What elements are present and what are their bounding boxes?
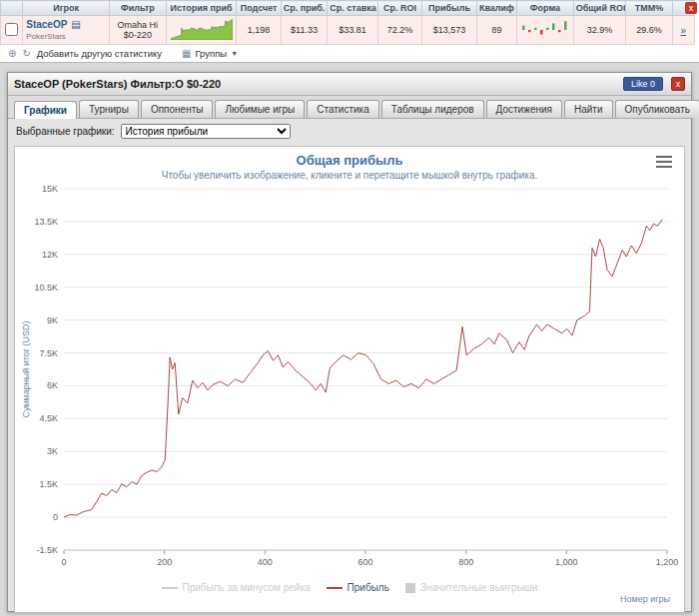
facebook-like-button[interactable]: Like 0 — [623, 77, 663, 91]
table-row: StaceOP▤ PokerStars Omaha Hi $0-220 1,19… — [1, 16, 695, 45]
col-header-avg-roi[interactable]: Ср. ROI — [377, 1, 421, 16]
dialog-tab-4[interactable]: Любимые игры — [215, 100, 305, 118]
grid-icon: ▦ — [182, 48, 191, 59]
profit-chart[interactable]: -1.5K01.5K3K4.5K6K7.5K9K10.5K12K13.5K15K… — [18, 183, 681, 580]
chevron-down-icon: ▼ — [231, 50, 238, 57]
y-tick-label: 7.5K — [39, 348, 58, 358]
col-header-profit[interactable]: Прибыль — [422, 1, 477, 16]
legend-swatch — [405, 583, 415, 593]
chart-select-row: Выбранные графики: История прибыли — [8, 119, 691, 144]
legend-item-1[interactable]: Прибыль за минусом рейка — [162, 582, 311, 593]
table-header-row: Игрок Фильтр История приб Подсчет Ср. пр… — [1, 1, 695, 16]
chart-menu-icon[interactable] — [654, 155, 674, 169]
chart-legend: Прибыль за минусом рейкаПрибыльЗначитель… — [15, 580, 684, 599]
panel-close-icon[interactable]: x — [685, 2, 697, 14]
col-header-form[interactable]: Форма — [517, 1, 574, 16]
refresh-icon[interactable]: ↻ — [22, 48, 30, 59]
y-tick-label: 13.5K — [34, 217, 58, 227]
legend-swatch — [327, 587, 343, 589]
dialog-tab-9[interactable]: Опубликовать — [615, 100, 699, 118]
avg-roi-cell: 72.2% — [377, 16, 421, 45]
avg-profit-cell: $11.33 — [281, 16, 327, 45]
y-tick-label: 12K — [42, 250, 58, 260]
x-tick-label: 1,000 — [555, 557, 578, 567]
qualifying-cell: 89 — [476, 16, 516, 45]
y-axis-title: Суммарный итог (USD) — [21, 320, 31, 417]
col-header-count[interactable]: Подсчет — [237, 1, 281, 16]
chart-select[interactable]: История прибыли — [121, 124, 291, 139]
chart-subtitle: Чтобы увеличить изображение, кликните и … — [15, 170, 684, 181]
col-header-total-roi[interactable]: Общий ROI — [573, 1, 626, 16]
player-dialog: StaceOP (PokerStars) Фильтр:O $0-220 Lik… — [7, 72, 692, 612]
col-header-filter[interactable]: Фильтр — [110, 1, 167, 16]
filter-cell: Omaha Hi $0-220 — [110, 16, 167, 45]
legend-item-3[interactable]: Значительные выигрыши — [405, 582, 538, 593]
avg-stake-cell: $33.81 — [328, 16, 378, 45]
dialog-title: StaceOP (PokerStars) Фильтр:O $0-220 — [14, 78, 221, 90]
y-tick-label: 3K — [47, 446, 58, 456]
groups-button[interactable]: ▦ Группы ▼ — [182, 48, 238, 59]
dialog-tab-8[interactable]: Найти — [564, 100, 613, 118]
table-footer: ⊕ ↻ Добавить другую статистику ▦ Группы … — [0, 45, 699, 62]
stats-table: Игрок Фильтр История приб Подсчет Ср. пр… — [0, 0, 695, 45]
row-checkbox[interactable] — [5, 23, 18, 36]
col-header-tmm[interactable]: ТММ% — [626, 1, 672, 16]
dialog-tab-3[interactable]: Оппоненты — [141, 100, 214, 118]
legend-item-2[interactable]: Прибыль — [327, 582, 389, 593]
dialog-tabs: ГрафикиТурнирыОппонентыЛюбимые игрыСтати… — [8, 96, 691, 119]
x-tick-label: 1,200 — [656, 557, 679, 567]
add-statistic-button[interactable]: Добавить другую статистику — [37, 48, 162, 59]
tmm-cell: 29.6% — [626, 16, 672, 45]
y-tick-label: 15K — [42, 184, 58, 194]
col-header-qualifying[interactable]: Квалиф — [476, 1, 516, 16]
dialog-tab-1[interactable]: Графики — [14, 101, 77, 119]
history-sparkline-cell[interactable] — [166, 16, 237, 45]
legend-label: Прибыль за минусом рейка — [183, 582, 311, 593]
header-checkbox-cell — [1, 1, 23, 16]
y-tick-label: 0 — [53, 512, 58, 522]
form-sparkline-cell[interactable] — [517, 16, 574, 45]
dialog-tab-7[interactable]: Достижения — [486, 100, 562, 118]
count-cell: 1,198 — [237, 16, 281, 45]
x-tick-label: 600 — [357, 557, 372, 567]
y-tick-label: -1.5K — [36, 545, 58, 555]
profit-cell: $13,573 — [422, 16, 477, 45]
total-roi-cell: 32.9% — [573, 16, 626, 45]
dialog-header: StaceOP (PokerStars) Фильтр:O $0-220 Lik… — [8, 73, 691, 96]
dialog-tab-5[interactable]: Статистика — [307, 100, 379, 118]
col-header-player[interactable]: Игрок — [23, 1, 110, 16]
dialog-tab-2[interactable]: Турниры — [79, 100, 139, 118]
y-tick-label: 4.5K — [39, 413, 58, 423]
y-tick-label: 9K — [47, 315, 58, 325]
x-tick-label: 400 — [258, 557, 273, 567]
x-tick-label: 200 — [157, 557, 172, 567]
legend-label: Прибыль — [348, 582, 389, 593]
y-tick-label: 1.5K — [39, 479, 58, 489]
y-tick-label: 6K — [47, 380, 58, 390]
col-header-avg-profit[interactable]: Ср. приб. — [281, 1, 327, 16]
profit-line-series — [64, 220, 663, 517]
add-icon[interactable]: ⊕ — [8, 48, 16, 59]
dialog-close-icon[interactable]: x — [671, 77, 685, 91]
history-sparkline — [171, 18, 233, 40]
player-site-label: PokerStars — [26, 32, 106, 41]
legend-swatch — [162, 587, 178, 589]
selected-charts-label: Выбранные графики: — [16, 126, 115, 137]
legend-label: Значительные выигрыши — [420, 582, 538, 593]
stats-panel: x Игрок Фильтр История приб Подсчет Ср. … — [0, 0, 699, 63]
player-card-icon[interactable]: ▤ — [71, 19, 80, 30]
col-header-history[interactable]: История приб — [166, 1, 237, 16]
groups-label: Группы — [195, 48, 227, 59]
col-header-avg-stake[interactable]: Ср. ставка — [328, 1, 378, 16]
player-name-link[interactable]: StaceOP — [26, 19, 67, 30]
expand-row-link[interactable]: » — [681, 25, 687, 36]
x-tick-label: 0 — [61, 557, 66, 567]
dialog-tab-6[interactable]: Таблицы лидеров — [381, 100, 484, 118]
form-sparkline — [520, 18, 570, 40]
x-axis-title: Номер игры — [620, 594, 670, 604]
chart-title: Общая прибыль — [15, 153, 684, 168]
x-tick-label: 800 — [458, 557, 473, 567]
y-tick-label: 10.5K — [34, 283, 58, 293]
chart-container[interactable]: Общая прибыль Чтобы увеличить изображени… — [14, 146, 685, 613]
